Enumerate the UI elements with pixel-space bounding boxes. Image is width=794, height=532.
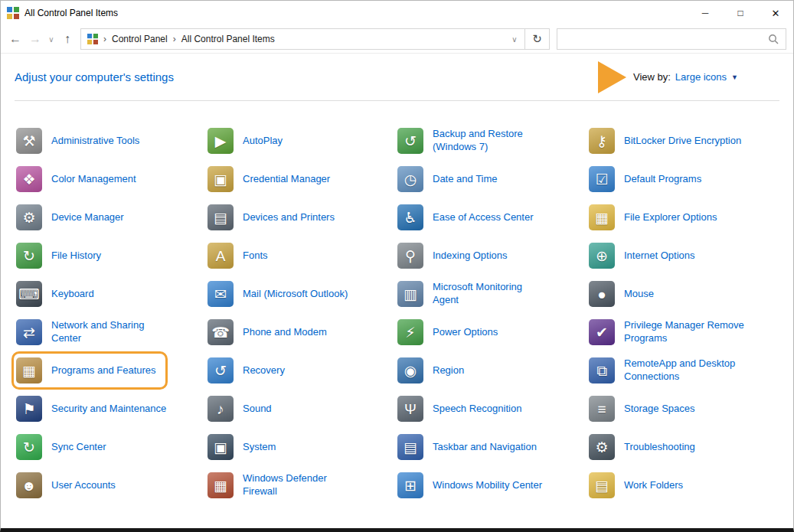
item-label: Windows Defender Firewall [243,472,327,498]
address-dropdown-icon: ∨ [511,35,517,44]
file-history-icon: ↻ [16,243,42,269]
item-bitlocker-drive-encryption[interactable]: ⚷ BitLocker Drive Encryption [584,122,749,160]
item-label: Administrative Tools [51,135,139,148]
item-keyboard[interactable]: ⌨ Keyboard [11,275,102,313]
navigation-bar: ← → ∨ ↑ › Control Panel › All Control Pa… [1,25,793,54]
item-region[interactable]: ◉ Region [393,351,472,390]
item-security-and-maintenance[interactable]: ⚑ Security and Maintenance [11,390,174,428]
recovery-icon: ↺ [207,357,234,383]
item-indexing-options[interactable]: ⚲ Indexing Options [393,237,515,275]
title-bar: All Control Panel Items ─ □ ✕ [1,1,793,25]
item-storage-spaces[interactable]: ≡ Storage Spaces [584,390,703,428]
administrative-tools-icon: ⚒ [16,128,42,154]
item-internet-options[interactable]: ⊕ Internet Options [584,237,703,275]
network-sharing-icon: ⇄ [16,319,42,345]
item-network-and-sharing-center[interactable]: ⇄ Network and Sharing Center [11,313,152,351]
item-system[interactable]: ▣ System [203,428,283,466]
maximize-icon: □ [737,8,743,18]
windows-defender-firewall-icon: ▦ [207,472,234,498]
item-windows-defender-firewall[interactable]: ▦ Windows Defender Firewall [203,466,335,504]
system-icon: ▣ [207,434,234,460]
item-windows-mobility-center[interactable]: ⊞ Windows Mobility Center [393,466,550,504]
search-input[interactable] [564,34,768,44]
maximize-button[interactable]: □ [723,1,758,25]
item-credential-manager[interactable]: ▣ Credential Manager [203,160,338,198]
monitoring-agent-icon: ▥ [397,281,423,307]
item-power-options[interactable]: ⚡ Power Options [393,313,505,351]
item-label: Keyboard [51,288,94,301]
internet-options-icon: ⊕ [589,243,615,269]
up-icon: ↑ [64,32,70,46]
item-sync-center[interactable]: ↻ Sync Center [11,428,114,466]
storage-spaces-icon: ≡ [589,396,615,422]
item-default-programs[interactable]: ☑ Default Programs [584,160,709,198]
item-label: Windows Mobility Center [433,479,542,492]
work-folders-icon: ▤ [589,472,615,498]
item-mouse[interactable]: ● Mouse [584,275,662,313]
item-label: Recovery [243,364,285,377]
item-label: Privilege Manager Remove Programs [624,319,744,345]
item-label: Programs and Features [51,364,156,377]
item-microsoft-monitoring-agent[interactable]: ▥ Microsoft Monitoring Agent [393,275,530,313]
up-button[interactable]: ↑ [57,28,77,50]
page-title: Adjust your computer's settings [15,70,174,83]
annotation-arrow [598,61,626,93]
item-file-explorer-options[interactable]: ▦ File Explorer Options [584,198,724,237]
breadcrumb-segment-all-items[interactable]: All Control Panel Items [181,34,275,44]
control-panel-window: All Control Panel Items ─ □ ✕ ← → ∨ ↑ [0,0,794,532]
item-work-folders[interactable]: ▤ Work Folders [584,466,691,504]
item-label: Indexing Options [433,250,508,263]
control-panel-small-icon [87,34,98,44]
item-devices-and-printers[interactable]: ▤ Devices and Printers [203,198,342,237]
control-panel-icon [7,7,19,19]
item-user-accounts[interactable]: ☻ User Accounts [11,466,123,504]
recent-locations-icon: ∨ [48,35,54,44]
item-file-history[interactable]: ↻ File History [11,237,109,275]
devices-printers-icon: ▤ [207,204,234,230]
autoplay-icon: ▶ [207,128,234,154]
item-label: Mouse [624,288,654,301]
ease-of-access-icon: ♿ [397,204,423,230]
item-ease-of-access-center[interactable]: ♿ Ease of Access Center [393,198,541,237]
item-troubleshooting[interactable]: ⚙ Troubleshooting [584,428,703,466]
refresh-button[interactable]: ↻ [525,28,550,50]
item-color-management[interactable]: ❖ Color Management [11,160,144,198]
item-fonts[interactable]: A Fonts [203,237,276,275]
address-dropdown-button[interactable]: ∨ [505,29,524,49]
item-administrative-tools[interactable]: ⚒ Administrative Tools [11,122,147,160]
item-backup-and-restore-windows-7[interactable]: ↺ Backup and Restore (Windows 7) [393,122,531,160]
item-label: Sync Center [51,441,106,454]
refresh-icon: ↻ [532,32,542,46]
item-sound[interactable]: ♪ Sound [203,390,279,428]
back-button[interactable]: ← [5,28,25,50]
item-programs-and-features[interactable]: ▦ Programs and Features [11,351,168,390]
item-label: Credential Manager [243,173,330,186]
item-date-and-time[interactable]: ◷ Date and Time [393,160,505,198]
item-speech-recognition[interactable]: Ψ Speech Recognition [393,390,529,428]
security-maintenance-icon: ⚑ [16,396,42,422]
item-mail-microsoft-outlook[interactable]: ✉ Mail (Microsoft Outlook) [203,275,355,313]
view-by-dropdown[interactable]: Large icons ▼ [675,71,738,83]
item-remoteapp-and-desktop-connections[interactable]: ⧉ RemoteApp and Desktop Connections [584,351,743,390]
search-box[interactable] [557,28,786,50]
close-button[interactable]: ✕ [758,1,793,25]
back-icon: ← [9,32,21,46]
address-bar[interactable]: › Control Panel › All Control Panel Item… [80,28,525,50]
fonts-icon: A [207,243,234,269]
programs-features-icon: ▦ [16,357,42,383]
item-recovery[interactable]: ↺ Recovery [203,351,292,390]
item-taskbar-and-navigation[interactable]: ▤ Taskbar and Navigation [393,428,544,466]
breadcrumb: › Control Panel › All Control Panel Item… [81,34,505,44]
credential-manager-icon: ▣ [207,166,234,192]
region-icon: ◉ [397,357,423,383]
breadcrumb-segment-control-panel[interactable]: Control Panel [112,34,168,44]
item-privilege-manager-remove-programs[interactable]: ✔ Privilege Manager Remove Programs [584,313,752,351]
recent-locations-button[interactable]: ∨ [45,28,57,50]
forward-button[interactable]: → [25,28,45,50]
item-autoplay[interactable]: ▶ AutoPlay [203,122,290,160]
item-device-manager[interactable]: ⚙ Device Manager [11,198,132,237]
item-label: Region [433,364,464,377]
minimize-button[interactable]: ─ [688,1,723,25]
color-management-icon: ❖ [16,166,42,192]
item-phone-and-modem[interactable]: ☎ Phone and Modem [203,313,335,351]
